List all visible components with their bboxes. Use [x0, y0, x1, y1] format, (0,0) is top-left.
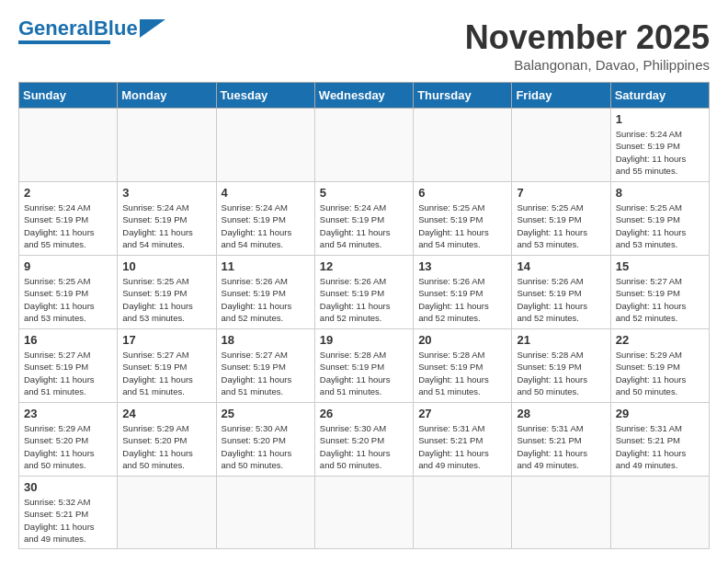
- day-number: 15: [616, 259, 704, 273]
- calendar-cell: [216, 477, 314, 549]
- weekday-header-thursday: Thursday: [414, 83, 512, 109]
- day-info: Sunrise: 5:26 AM Sunset: 5:19 PM Dayligh…: [222, 275, 310, 324]
- calendar-cell: 1Sunrise: 5:24 AM Sunset: 5:19 PM Daylig…: [610, 109, 709, 182]
- calendar-cell: 20Sunrise: 5:28 AM Sunset: 5:19 PM Dayli…: [414, 329, 512, 403]
- calendar-table: SundayMondayTuesdayWednesdayThursdayFrid…: [18, 82, 710, 549]
- calendar-cell: 15Sunrise: 5:27 AM Sunset: 5:19 PM Dayli…: [610, 256, 709, 329]
- calendar-cell: 9Sunrise: 5:25 AM Sunset: 5:19 PM Daylig…: [19, 256, 118, 329]
- day-number: 18: [222, 333, 310, 347]
- calendar-cell: 6Sunrise: 5:25 AM Sunset: 5:19 PM Daylig…: [414, 182, 512, 256]
- day-number: 11: [222, 259, 310, 273]
- day-info: Sunrise: 5:24 AM Sunset: 5:19 PM Dayligh…: [222, 201, 310, 250]
- day-number: 4: [222, 186, 310, 200]
- day-number: 1: [616, 112, 704, 126]
- calendar-cell: 10Sunrise: 5:25 AM Sunset: 5:19 PM Dayli…: [118, 256, 216, 329]
- calendar-cell: 8Sunrise: 5:25 AM Sunset: 5:19 PM Daylig…: [610, 182, 709, 256]
- day-info: Sunrise: 5:31 AM Sunset: 5:21 PM Dayligh…: [616, 422, 704, 471]
- day-number: 17: [122, 333, 210, 347]
- day-number: 21: [517, 333, 605, 347]
- weekday-header-friday: Friday: [512, 83, 610, 109]
- day-number: 26: [320, 407, 408, 420]
- calendar-cell: [216, 109, 314, 182]
- calendar-cell: 7Sunrise: 5:25 AM Sunset: 5:19 PM Daylig…: [512, 182, 610, 256]
- calendar-cell: 24Sunrise: 5:29 AM Sunset: 5:20 PM Dayli…: [118, 403, 216, 477]
- day-info: Sunrise: 5:31 AM Sunset: 5:21 PM Dayligh…: [517, 422, 605, 471]
- day-number: 14: [517, 259, 605, 273]
- day-info: Sunrise: 5:29 AM Sunset: 5:20 PM Dayligh…: [24, 422, 112, 471]
- location-subtitle: Balangonan, Davao, Philippines: [465, 57, 710, 73]
- day-number: 12: [320, 259, 408, 273]
- svg-marker-0: [140, 19, 165, 38]
- month-title: November 2025: [465, 18, 710, 57]
- calendar-cell: 3Sunrise: 5:24 AM Sunset: 5:19 PM Daylig…: [118, 182, 216, 256]
- day-info: Sunrise: 5:27 AM Sunset: 5:19 PM Dayligh…: [122, 349, 210, 397]
- calendar-week-row: 16Sunrise: 5:27 AM Sunset: 5:19 PM Dayli…: [19, 329, 710, 403]
- calendar-cell: 26Sunrise: 5:30 AM Sunset: 5:20 PM Dayli…: [314, 403, 413, 477]
- calendar-cell: 18Sunrise: 5:27 AM Sunset: 5:19 PM Dayli…: [216, 329, 314, 403]
- day-number: 29: [616, 407, 704, 420]
- day-number: 10: [122, 259, 210, 273]
- logo-general: General: [18, 17, 94, 40]
- day-number: 22: [616, 333, 704, 347]
- day-info: Sunrise: 5:25 AM Sunset: 5:19 PM Dayligh…: [122, 275, 210, 324]
- weekday-header-row: SundayMondayTuesdayWednesdayThursdayFrid…: [19, 83, 710, 109]
- calendar-cell: [414, 109, 512, 182]
- day-info: Sunrise: 5:30 AM Sunset: 5:20 PM Dayligh…: [222, 422, 310, 471]
- day-number: 23: [24, 407, 112, 420]
- calendar-cell: 14Sunrise: 5:26 AM Sunset: 5:19 PM Dayli…: [512, 256, 610, 329]
- day-info: Sunrise: 5:26 AM Sunset: 5:19 PM Dayligh…: [517, 275, 605, 324]
- calendar-week-row: 30Sunrise: 5:32 AM Sunset: 5:21 PM Dayli…: [19, 477, 710, 549]
- calendar-cell: 16Sunrise: 5:27 AM Sunset: 5:19 PM Dayli…: [19, 329, 118, 403]
- day-number: 8: [616, 186, 704, 200]
- day-info: Sunrise: 5:28 AM Sunset: 5:19 PM Dayligh…: [418, 349, 506, 397]
- day-info: Sunrise: 5:25 AM Sunset: 5:19 PM Dayligh…: [418, 201, 506, 250]
- day-number: 6: [418, 186, 506, 200]
- calendar-cell: [314, 477, 413, 549]
- calendar-week-row: 9Sunrise: 5:25 AM Sunset: 5:19 PM Daylig…: [19, 256, 710, 329]
- day-info: Sunrise: 5:24 AM Sunset: 5:19 PM Dayligh…: [24, 201, 112, 250]
- day-number: 13: [418, 259, 506, 273]
- calendar-cell: [118, 109, 216, 182]
- logo-triangle-icon: [140, 19, 165, 38]
- day-number: 28: [517, 407, 605, 420]
- day-number: 9: [24, 259, 112, 273]
- calendar-cell: 28Sunrise: 5:31 AM Sunset: 5:21 PM Dayli…: [512, 403, 610, 477]
- day-number: 3: [122, 186, 210, 200]
- day-number: 20: [418, 333, 506, 347]
- day-info: Sunrise: 5:27 AM Sunset: 5:19 PM Dayligh…: [616, 275, 704, 324]
- logo: GeneralBlue: [18, 18, 165, 44]
- calendar-cell: 11Sunrise: 5:26 AM Sunset: 5:19 PM Dayli…: [216, 256, 314, 329]
- day-info: Sunrise: 5:24 AM Sunset: 5:19 PM Dayligh…: [616, 128, 704, 177]
- day-info: Sunrise: 5:24 AM Sunset: 5:19 PM Dayligh…: [122, 201, 210, 250]
- calendar-week-row: 23Sunrise: 5:29 AM Sunset: 5:20 PM Dayli…: [19, 403, 710, 477]
- day-number: 24: [122, 407, 210, 420]
- calendar-cell: 17Sunrise: 5:27 AM Sunset: 5:19 PM Dayli…: [118, 329, 216, 403]
- day-info: Sunrise: 5:28 AM Sunset: 5:19 PM Dayligh…: [320, 349, 408, 397]
- calendar-cell: 4Sunrise: 5:24 AM Sunset: 5:19 PM Daylig…: [216, 182, 314, 256]
- logo-blue: Blue: [94, 17, 138, 40]
- calendar-cell: [512, 477, 610, 549]
- calendar-cell: 13Sunrise: 5:26 AM Sunset: 5:19 PM Dayli…: [414, 256, 512, 329]
- calendar-cell: 25Sunrise: 5:30 AM Sunset: 5:20 PM Dayli…: [216, 403, 314, 477]
- calendar-cell: 27Sunrise: 5:31 AM Sunset: 5:21 PM Dayli…: [414, 403, 512, 477]
- day-info: Sunrise: 5:32 AM Sunset: 5:21 PM Dayligh…: [24, 496, 112, 545]
- day-info: Sunrise: 5:26 AM Sunset: 5:19 PM Dayligh…: [320, 275, 408, 324]
- day-number: 16: [24, 333, 112, 347]
- calendar-week-row: 2Sunrise: 5:24 AM Sunset: 5:19 PM Daylig…: [19, 182, 710, 256]
- weekday-header-sunday: Sunday: [19, 83, 118, 109]
- day-number: 7: [517, 186, 605, 200]
- calendar-cell: [19, 109, 118, 182]
- calendar-cell: 21Sunrise: 5:28 AM Sunset: 5:19 PM Dayli…: [512, 329, 610, 403]
- calendar-cell: [118, 477, 216, 549]
- day-number: 19: [320, 333, 408, 347]
- calendar-cell: 2Sunrise: 5:24 AM Sunset: 5:19 PM Daylig…: [19, 182, 118, 256]
- day-info: Sunrise: 5:24 AM Sunset: 5:19 PM Dayligh…: [320, 201, 408, 250]
- logo-underline: [18, 40, 110, 44]
- day-info: Sunrise: 5:28 AM Sunset: 5:19 PM Dayligh…: [517, 349, 605, 397]
- day-number: 2: [24, 186, 112, 200]
- day-info: Sunrise: 5:29 AM Sunset: 5:19 PM Dayligh…: [616, 349, 704, 397]
- calendar-cell: 22Sunrise: 5:29 AM Sunset: 5:19 PM Dayli…: [610, 329, 709, 403]
- logo-text: GeneralBlue: [18, 18, 138, 39]
- calendar-cell: [314, 109, 413, 182]
- calendar-cell: [610, 477, 709, 549]
